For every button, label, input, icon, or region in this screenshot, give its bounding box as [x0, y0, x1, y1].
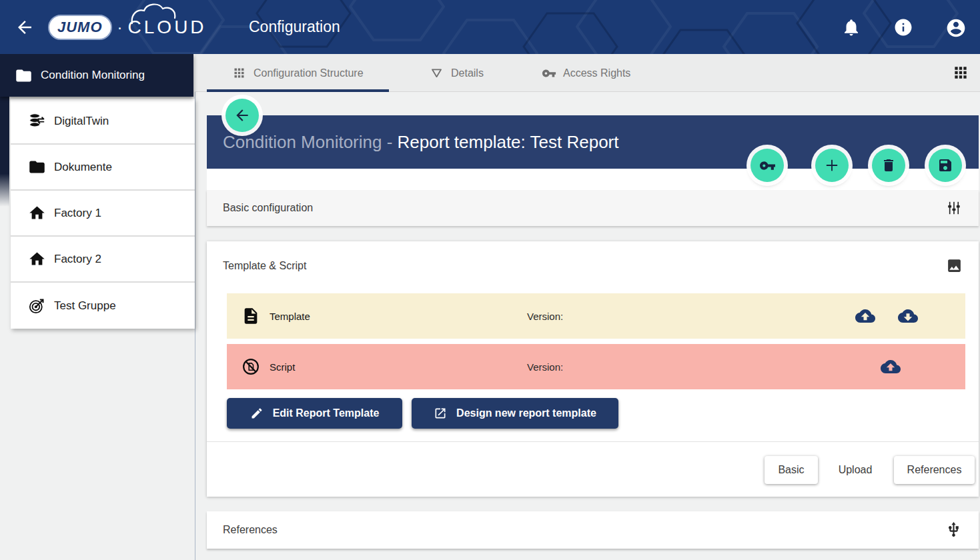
- upload-button-label: Upload: [839, 464, 873, 476]
- card-footer-actions: Basic Upload References: [765, 456, 975, 484]
- references-section-header[interactable]: References: [207, 511, 979, 549]
- references-button[interactable]: References: [894, 456, 975, 484]
- image-icon[interactable]: [946, 257, 963, 274]
- save-floppy-icon: [937, 157, 953, 173]
- back-arrow-icon[interactable]: [15, 17, 35, 37]
- sidebar-item-dokumente[interactable]: Dokumente: [11, 145, 195, 191]
- sidebar-dark-strip: [0, 97, 9, 207]
- references-label: References: [223, 524, 278, 536]
- template-row-label: Template: [270, 311, 310, 322]
- apps-grid-icon[interactable]: [952, 64, 969, 81]
- account-icon[interactable]: [945, 17, 965, 37]
- key-icon: [759, 157, 776, 174]
- jumo-logo-text: JUMO: [57, 19, 103, 36]
- sidebar-tree: DigitalTwin Dokumente Factory 1 Factory …: [11, 99, 195, 329]
- tab-label: Details: [451, 67, 484, 79]
- digital-twin-database-icon: [28, 112, 46, 130]
- sidebar-item-label: Test Gruppe: [54, 299, 116, 313]
- tune-sliders-icon[interactable]: [945, 199, 963, 217]
- active-tab-indicator: [207, 89, 389, 92]
- edit-report-template-label: Edit Report Template: [273, 407, 380, 419]
- banner-title: Condition Monitoring - Report template: …: [223, 115, 618, 169]
- content-tab-bar: Configuration Structure Details Access R…: [195, 54, 980, 92]
- tab-details[interactable]: Details: [430, 54, 484, 92]
- home-icon: [28, 250, 46, 268]
- usb-icon[interactable]: [945, 521, 963, 539]
- script-row: Script Version:: [227, 344, 965, 389]
- report-template-banner: Condition Monitoring - Report template: …: [207, 115, 979, 169]
- template-row: Template Version:: [227, 293, 965, 339]
- sidebar-item-label: DigitalTwin: [54, 115, 109, 128]
- jumo-cloud-logo: JUMO · CLOUD: [48, 12, 207, 43]
- sidebar-header-label: Condition Monitoring: [41, 69, 145, 82]
- template-script-title: Template & Script: [223, 260, 306, 272]
- tab-configuration-structure[interactable]: Configuration Structure: [232, 54, 364, 92]
- cloud-upload-icon[interactable]: [855, 306, 875, 326]
- info-icon[interactable]: [893, 17, 913, 37]
- basic-button-label: Basic: [778, 464, 804, 476]
- folder-icon: [28, 158, 46, 176]
- add-button[interactable]: [815, 149, 849, 182]
- top-app-bar: JUMO · CLOUD Configuration: [0, 0, 980, 54]
- sidebar-item-label: Dokumente: [54, 161, 112, 174]
- cloud-upload-icon[interactable]: [881, 357, 901, 377]
- sidebar-item-digitaltwin[interactable]: DigitalTwin: [11, 99, 195, 145]
- basic-button[interactable]: Basic: [765, 456, 818, 484]
- template-script-header: Template & Script: [223, 257, 963, 274]
- basic-configuration-label: Basic configuration: [223, 202, 313, 214]
- sidebar-main-divider: [195, 91, 195, 560]
- basic-configuration-section-header[interactable]: Basic configuration: [207, 190, 979, 226]
- design-new-report-template-button[interactable]: Design new report template: [412, 398, 618, 429]
- banner-lower-strip: [207, 169, 979, 190]
- template-version-label: Version:: [527, 311, 563, 322]
- notifications-bell-icon[interactable]: [841, 17, 861, 37]
- cloud-outline-icon: [129, 2, 189, 25]
- tab-label: Access Rights: [563, 67, 630, 79]
- trash-icon: [881, 157, 897, 173]
- home-icon: [28, 204, 46, 222]
- access-rights-key-button[interactable]: [751, 149, 784, 182]
- sidebar-item-factory-2[interactable]: Factory 2: [11, 237, 195, 283]
- banner-current-title: Report template: Test Report: [398, 132, 619, 153]
- arrow-left-icon: [233, 107, 251, 124]
- folder-icon: [15, 67, 33, 85]
- design-new-report-template-label: Design new report template: [456, 407, 596, 419]
- edit-report-template-button[interactable]: Edit Report Template: [227, 398, 402, 429]
- sidebar-item-label: Factory 1: [54, 207, 101, 220]
- cloud-download-icon[interactable]: [898, 306, 918, 326]
- upload-button[interactable]: Upload: [831, 456, 879, 484]
- key-icon: [542, 66, 556, 80]
- target-arrow-icon: [28, 297, 46, 315]
- script-blocked-icon: [241, 357, 260, 376]
- jumo-logo-pill: JUMO: [48, 15, 112, 40]
- topbar-actions: [841, 0, 980, 54]
- cloud-logo-text: CLOUD: [128, 17, 207, 38]
- document-icon: [241, 307, 260, 325]
- sidebar-item-label: Factory 2: [54, 253, 101, 266]
- triangle-funnel-icon: [430, 66, 444, 80]
- delete-button[interactable]: [872, 149, 905, 182]
- tab-access-rights[interactable]: Access Rights: [542, 54, 630, 92]
- script-row-label: Script: [270, 361, 295, 373]
- sidebar-item-test-gruppe[interactable]: Test Gruppe: [11, 283, 195, 329]
- card-divider: [207, 441, 979, 442]
- pencil-icon: [250, 407, 264, 420]
- references-button-label: References: [907, 464, 962, 476]
- page-title: Configuration: [249, 0, 340, 54]
- tab-label: Configuration Structure: [254, 67, 364, 79]
- banner-breadcrumb: Condition Monitoring -: [223, 132, 398, 153]
- sidebar-header-condition-monitoring[interactable]: Condition Monitoring: [0, 54, 193, 97]
- banner-back-button[interactable]: [225, 99, 259, 132]
- grid-icon: [232, 66, 246, 80]
- sidebar-item-factory-1[interactable]: Factory 1: [11, 191, 195, 237]
- save-button[interactable]: [929, 149, 962, 182]
- open-in-new-icon: [434, 407, 447, 420]
- brand-separator: ·: [117, 18, 123, 37]
- plus-icon: [823, 156, 841, 175]
- template-script-card: Template & Script Template Version:: [207, 241, 979, 497]
- script-version-label: Version:: [527, 361, 563, 373]
- jumo-cloud-app: JUMO · CLOUD Configuration: [0, 0, 980, 560]
